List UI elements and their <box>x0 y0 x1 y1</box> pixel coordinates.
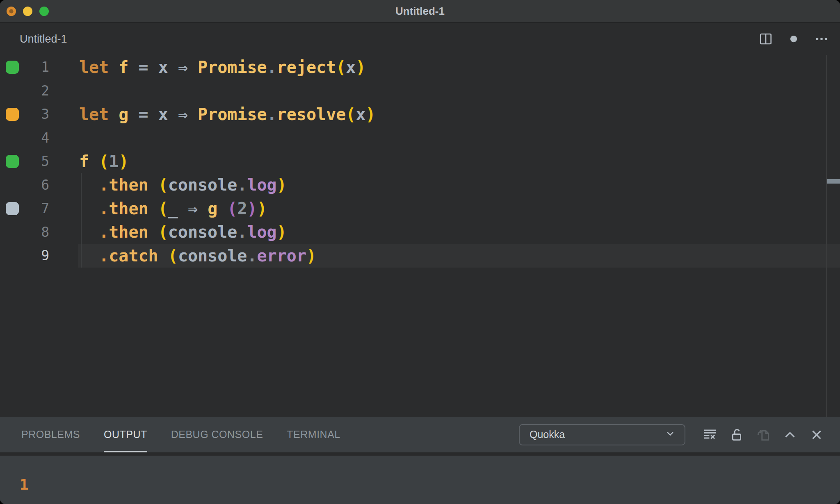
code-line[interactable]: 4 <box>0 126 840 150</box>
maximize-panel-icon[interactable] <box>782 427 798 443</box>
more-actions-icon[interactable] <box>814 31 829 47</box>
unlock-icon[interactable] <box>729 427 744 443</box>
panel-separator <box>0 452 840 456</box>
unsaved-dot-icon[interactable] <box>786 31 801 47</box>
gutter-spacer <box>6 84 19 97</box>
code-text: f (1) <box>49 152 128 171</box>
line-number[interactable]: 8 <box>19 224 49 240</box>
output-content: 1 <box>0 456 840 504</box>
editor-lines: 1let f = x ⇒ Promise.reject(x)23let g = … <box>0 55 840 268</box>
split-editor-icon[interactable] <box>758 31 774 47</box>
titlebar[interactable]: Untitled-1 <box>0 0 840 23</box>
bottom-panel: PROBLEMSOUTPUTDEBUG CONSOLETERMINAL Quok… <box>0 417 840 504</box>
line-number[interactable]: 4 <box>19 130 49 146</box>
line-number[interactable]: 5 <box>19 153 49 169</box>
code-line[interactable]: 9 .catch (console.error) <box>0 244 840 268</box>
code-line[interactable]: 1let f = x ⇒ Promise.reject(x) <box>0 55 840 79</box>
editor-header: Untitled-1 <box>0 23 840 55</box>
output-channel-value: Quokka <box>530 429 664 440</box>
close-panel-icon[interactable] <box>809 427 824 443</box>
code-text: .then (console.log) <box>49 222 287 241</box>
code-line[interactable]: 7 .then (_ ⇒ g (2)) <box>0 197 840 220</box>
panel-tab-terminal[interactable]: TERMINAL <box>287 417 340 452</box>
editor-tab-title: Untitled-1 <box>20 33 67 45</box>
code-line[interactable]: 3let g = x ⇒ Promise.resolve(x) <box>0 102 840 126</box>
line-number[interactable]: 9 <box>19 247 49 263</box>
output-line: 1 <box>20 476 840 493</box>
code-line[interactable]: 6 .then (console.log) <box>0 173 840 197</box>
editor-pane[interactable]: 1let f = x ⇒ Promise.reject(x)23let g = … <box>0 55 840 417</box>
clear-output-icon[interactable] <box>702 427 718 443</box>
editor-right-separator <box>826 55 827 417</box>
code-line[interactable]: 2 <box>0 79 840 103</box>
line-number[interactable]: 7 <box>19 200 49 216</box>
window-title: Untitled-1 <box>0 5 840 18</box>
panel-tab-problems[interactable]: PROBLEMS <box>21 417 80 452</box>
chevron-down-icon <box>664 427 676 442</box>
panel-tab-output[interactable]: OUTPUT <box>104 417 147 452</box>
code-text: .catch (console.error) <box>49 246 316 265</box>
code-text: let f = x ⇒ Promise.reject(x) <box>49 58 366 77</box>
code-line[interactable]: 8 .then (console.log) <box>0 220 840 244</box>
gutter-spacer <box>6 249 19 262</box>
line-number[interactable]: 2 <box>19 83 49 99</box>
line-number[interactable]: 1 <box>19 59 49 75</box>
quokka-marker-gray[interactable] <box>6 202 19 215</box>
overview-ruler-marker <box>827 179 840 184</box>
panel-header: PROBLEMSOUTPUTDEBUG CONSOLETERMINAL Quok… <box>0 417 840 452</box>
quokka-marker-green[interactable] <box>6 61 19 74</box>
panel-tabs: PROBLEMSOUTPUTDEBUG CONSOLETERMINAL <box>0 417 364 452</box>
code-text: .then (console.log) <box>49 175 287 194</box>
quokka-marker-orange[interactable] <box>6 108 19 121</box>
open-log-file-icon[interactable] <box>756 427 771 443</box>
gutter-spacer <box>6 131 19 144</box>
code-text: let g = x ⇒ Promise.resolve(x) <box>49 105 376 124</box>
line-number[interactable]: 6 <box>19 177 49 193</box>
code-text: .then (_ ⇒ g (2)) <box>49 199 267 218</box>
output-channel-select[interactable]: Quokka <box>519 424 685 445</box>
gutter-spacer <box>6 178 19 191</box>
code-line[interactable]: 5f (1) <box>0 150 840 173</box>
quokka-marker-green[interactable] <box>6 155 19 168</box>
vscode-window: Untitled-1 Untitled-1 1let f = x ⇒ Promi… <box>0 0 840 504</box>
line-number[interactable]: 3 <box>19 106 49 122</box>
panel-tab-debug-console[interactable]: DEBUG CONSOLE <box>171 417 263 452</box>
gutter-spacer <box>6 225 19 238</box>
